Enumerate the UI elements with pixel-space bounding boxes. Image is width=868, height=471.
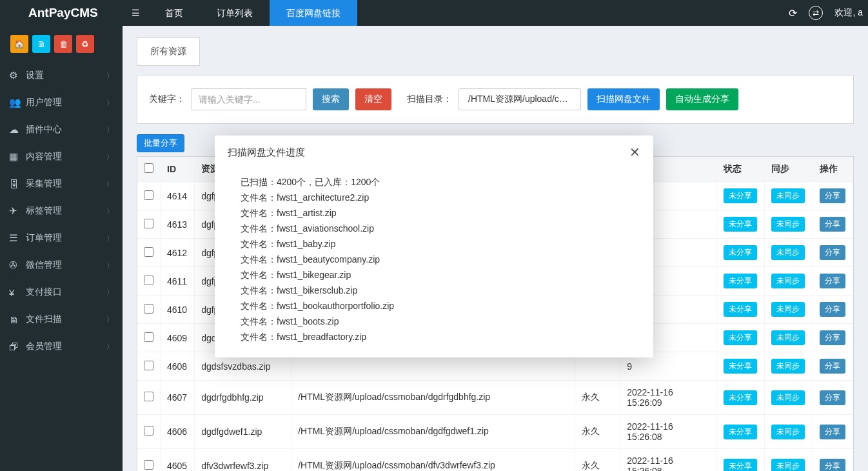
scan-file-line: 文件名：fwst1_artist.zip bbox=[241, 205, 633, 221]
scan-file-line: 文件名：fwst1_baby.zip bbox=[241, 236, 633, 252]
scan-summary: 已扫描：4200个，已入库：1200个 bbox=[241, 174, 633, 190]
scan-file-line: 文件名：fwst1_bookauthorportfolio.zip bbox=[241, 298, 633, 314]
modal-overlay: 扫描网盘文件进度 ✕ 已扫描：4200个，已入库：1200个 文件名：fwst1… bbox=[0, 0, 868, 471]
close-icon[interactable]: ✕ bbox=[629, 145, 640, 160]
scan-file-line: 文件名：fwst1_aviationschool.zip bbox=[241, 221, 633, 236]
scan-file-line: 文件名：fwst1_beautycompany.zip bbox=[241, 252, 633, 267]
scan-file-line: 文件名：fwst1_breadfactory.zip bbox=[241, 329, 633, 345]
modal-title: 扫描网盘文件进度 bbox=[228, 146, 305, 159]
scan-file-line: 文件名：fwst1_boots.zip bbox=[241, 314, 633, 329]
scan-progress-modal: 扫描网盘文件进度 ✕ 已扫描：4200个，已入库：1200个 文件名：fwst1… bbox=[215, 135, 653, 357]
scan-file-line: 文件名：fwst1_bikegear.zip bbox=[241, 267, 633, 283]
scan-file-line: 文件名：fwst1_bikersclub.zip bbox=[241, 283, 633, 298]
scan-file-line: 文件名：fwst1_architecture2.zip bbox=[241, 190, 633, 205]
modal-body[interactable]: 已扫描：4200个，已入库：1200个 文件名：fwst1_architectu… bbox=[215, 169, 653, 357]
